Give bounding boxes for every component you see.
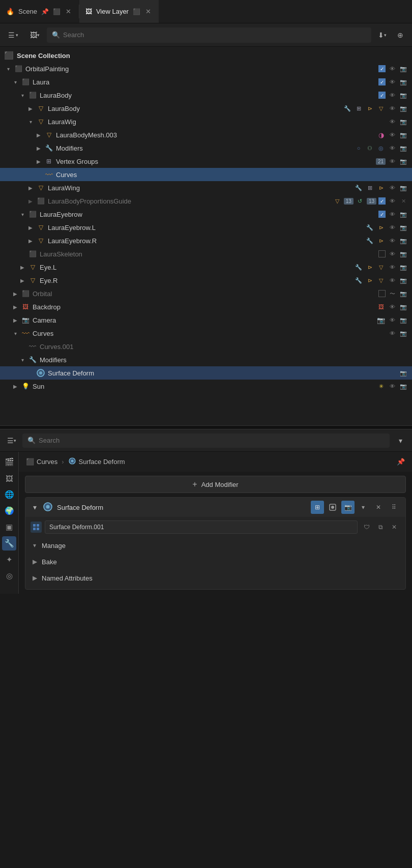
sun-camera[interactable]: 📷 [399,382,408,391]
camera-camera[interactable]: 📷 [399,315,408,325]
target-remove-btn[interactable]: ✕ [388,521,400,533]
item-curves-main[interactable]: ▾ 〰 Curves 👁 📷 [0,327,412,340]
section-bake[interactable]: ▶ Bake [25,554,405,570]
expand-modifiers-curves[interactable]: ▾ [18,356,26,364]
props-icon-scene-props[interactable]: 🌐 [2,487,16,502]
add-modifier-btn[interactable]: + Add Modifier [25,476,406,493]
orbital-check[interactable] [378,290,386,297]
item-laura[interactable]: ▾ ⬛ Laura ✓ 👁 📷 [0,75,412,89]
scene-pin-icon[interactable]: 📌 [41,8,49,15]
laurabody-group-check[interactable]: ✓ [378,92,386,99]
view-layer-copy-icon[interactable]: ⬛ [133,8,140,15]
props-icon-object[interactable]: ▣ [2,520,16,534]
orbital-wavy[interactable]: 〜 [388,289,397,298]
laurabodymesh003-visibility[interactable]: 👁 [388,130,397,139]
backdrop-visibility[interactable]: 👁 [388,302,397,311]
props-dropdown-btn[interactable]: ▾ [393,433,408,448]
item-lauraeyebrow[interactable]: ▾ ⬛ LauraEyebrow ✓ 👁 📷 [0,208,412,221]
expand-laura[interactable]: ▾ [11,78,19,86]
orbital-painting-visibility[interactable]: 👁 [388,64,397,73]
laurabody-visibility[interactable]: 👁 [388,104,397,113]
item-sun[interactable]: ▶ 💡 Sun ✳ 👁 📷 [0,380,412,393]
item-orbital-painting[interactable]: ▾ ⬛ OrbitalPainting ✓ 👁 📷 [0,62,412,75]
modifier-render-btn[interactable] [326,501,339,514]
expand-curves-main[interactable]: ▾ [11,329,19,337]
expand-modifiers-sub[interactable]: ▶ [35,144,43,152]
props-list-btn[interactable]: ☰ ▾ [4,433,19,448]
expand-proportionsguide[interactable]: ▶ [26,197,35,205]
laurawing-camera[interactable]: 📷 [399,117,408,126]
item-laurawing-mesh[interactable]: ▶ ▽ LauraWing 🔧 ⊞ ⊳ 👁 📷 [0,181,412,194]
props-icon-modifier[interactable]: 🔧 [2,536,16,551]
expand-laurawing[interactable]: ▾ [26,118,35,126]
lauraeyebrow-camera[interactable]: 📷 [399,210,408,219]
section-named-attributes[interactable]: ▶ Named Attributes [25,570,405,586]
laurawing-mesh-visibility[interactable]: 👁 [388,183,397,192]
modifier-camera-btn[interactable]: 📷 [341,501,355,514]
item-laurabody-mesh[interactable]: ▶ ▽ LauraBody 🔧 ⊞ ⊳ ▽ 👁 📷 [0,102,412,115]
eye-l-visibility[interactable]: 👁 [388,263,397,272]
tab-view-layer[interactable]: 🖼 View Layer ⬛ ✕ [79,0,159,23]
expand-eye-l[interactable]: ▶ [18,263,26,271]
modifier-drag-btn[interactable]: ⠿ [387,501,400,514]
modifier-collapse-btn[interactable]: ▾ [31,503,39,511]
item-backdrop[interactable]: ▶ 🖼 Backdrop 🖼 👁 📷 [0,300,412,313]
lauraeyebrow-r-visibility[interactable]: 👁 [388,236,397,245]
expand-laurabody-group[interactable]: ▾ [18,91,26,99]
item-laurabodyproportionsguide[interactable]: ▶ ⬛ LauraBodyProportionsGuide ▽ 13 ↺ 13 … [0,194,412,208]
eye-r-visibility[interactable]: 👁 [388,276,397,285]
curves-main-camera[interactable]: 📷 [399,329,408,338]
expand-orbital-painting[interactable]: ▾ [4,65,12,73]
props-pin-icon[interactable]: 📌 [397,458,405,466]
camera-visibility[interactable]: 👁 [388,315,397,325]
curves-main-visibility[interactable]: 👁 [388,329,397,338]
item-surface-deform[interactable]: Surface Deform 📷 [0,366,412,380]
proportionsguide-visibility[interactable]: 👁 [388,196,397,206]
tab-scene[interactable]: 🔥 Scene 📌 ⬛ ✕ [0,0,79,23]
laurawing-visibility[interactable]: 👁 [388,117,397,126]
item-camera[interactable]: ▶ 📷 Camera 📷 👁 📷 [0,313,412,327]
lauraskeleton-check[interactable] [378,250,386,257]
expand-backdrop[interactable]: ▶ [11,303,19,311]
orbital-camera[interactable]: 📷 [399,289,408,298]
item-eye-r[interactable]: ▶ ▽ Eye.R 🔧 ⊳ ▽ 👁 📷 [0,274,412,287]
eye-l-camera[interactable]: 📷 [399,263,408,272]
lauraskeleton-camera[interactable]: 📷 [399,249,408,258]
expand-eye-r[interactable]: ▶ [18,276,26,284]
laurabodymesh003-camera[interactable]: 📷 [399,130,408,139]
vertex-groups-camera[interactable]: 📷 [399,157,408,166]
expand-camera[interactable]: ▶ [11,316,19,324]
expand-laurabodymesh003[interactable]: ▶ [35,131,43,139]
laura-visibility[interactable]: 👁 [388,77,397,86]
backdrop-camera[interactable]: 📷 [399,302,408,311]
outliner-search-input[interactable] [63,31,366,39]
props-icon-particles[interactable]: ✦ [2,553,16,567]
target-shield-btn[interactable]: 🛡 [361,521,373,533]
proportionsguide-check[interactable]: ✓ [378,197,386,205]
section-manage[interactable]: ▾ Manage [25,537,405,554]
laurawing-mesh-camera[interactable]: 📷 [399,183,408,192]
view-layer-close-icon[interactable]: ✕ [144,8,153,16]
item-eye-l[interactable]: ▶ ▽ Eye.L 🔧 ⊳ ▽ 👁 📷 [0,261,412,274]
props-icon-scene[interactable]: 🎬 [2,455,16,469]
expand-curves001[interactable] [18,342,26,351]
item-orbital[interactable]: ▶ ⬛ Orbital 〜 📷 [0,287,412,300]
item-modifiers-sub[interactable]: ▶ 🔧 Modifiers ○ ⚇ ◎ 👁 📷 [0,141,412,155]
lauraeyebrow-l-visibility[interactable]: 👁 [388,223,397,232]
expand-laurabody-mesh[interactable]: ▶ [26,104,35,112]
props-icon-physics[interactable]: ◎ [2,569,16,583]
filter-btn[interactable]: ⬇ ▾ [374,27,390,43]
laura-check[interactable]: ✓ [378,78,386,85]
item-curves-selected[interactable]: 〰 Curves [0,168,412,181]
item-laurawing[interactable]: ▾ ▽ LauraWig 👁 📷 [0,115,412,128]
laurabody-group-camera[interactable]: 📷 [399,91,408,100]
expand-sun[interactable]: ▶ [11,382,19,390]
lauraskeleton-visibility[interactable]: 👁 [388,249,397,258]
props-search-box[interactable]: 🔍 [22,433,390,448]
props-icon-world[interactable]: 🌍 [2,504,16,518]
eye-r-camera[interactable]: 📷 [399,276,408,285]
outliner-search-box[interactable]: 🔍 [47,27,371,43]
item-curves001[interactable]: 〰 Curves.001 [0,340,412,353]
target-copy-btn[interactable]: ⧉ [374,521,387,533]
laura-camera[interactable]: 📷 [399,77,408,86]
